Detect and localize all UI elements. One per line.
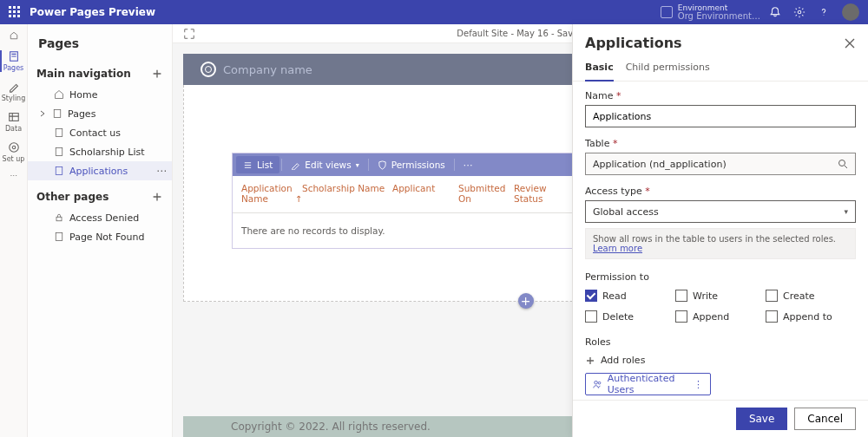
flyout-title: Applications bbox=[585, 35, 682, 51]
access-type-label: Access type bbox=[585, 186, 642, 197]
rail-more[interactable]: ⋯ bbox=[0, 168, 28, 183]
page-icon bbox=[54, 147, 64, 157]
environment-picker[interactable]: Environment Org Environment… bbox=[661, 4, 760, 21]
close-icon[interactable] bbox=[844, 37, 856, 49]
help-icon[interactable] bbox=[818, 6, 830, 18]
permissions-flyout: Applications Basic Child permissions Nam… bbox=[572, 24, 868, 437]
save-button[interactable]: Save bbox=[736, 408, 787, 430]
role-more-icon[interactable]: ⋮ bbox=[694, 379, 703, 390]
lock-icon bbox=[54, 212, 64, 223]
more-icon: ⋯ bbox=[464, 160, 473, 170]
perm-write[interactable]: Write bbox=[675, 290, 766, 302]
rail-data[interactable]: Data bbox=[0, 108, 28, 136]
people-icon bbox=[593, 379, 602, 389]
other-pages-label: Other pages bbox=[36, 191, 108, 203]
tree-contact[interactable]: Contact us bbox=[28, 123, 172, 142]
cancel-button[interactable]: Cancel bbox=[794, 408, 856, 430]
page-icon bbox=[54, 127, 64, 138]
tab-child-permissions[interactable]: Child permissions bbox=[626, 56, 710, 81]
environment-icon bbox=[661, 6, 673, 18]
sort-asc-icon: ↑ bbox=[295, 194, 302, 204]
svg-rect-7 bbox=[56, 148, 62, 156]
plus-icon bbox=[585, 355, 595, 366]
access-type-select[interactable]: Global access ▾ bbox=[585, 200, 856, 223]
settings-icon[interactable] bbox=[793, 6, 806, 18]
company-name[interactable]: Company name bbox=[223, 63, 312, 76]
roles-label: Roles bbox=[585, 336, 856, 348]
environment-value: Org Environment… bbox=[678, 12, 760, 21]
expand-icon[interactable] bbox=[183, 28, 195, 40]
learn-more-link[interactable]: Learn more bbox=[593, 244, 642, 253]
tree-applications[interactable]: Applications ⋯ bbox=[28, 161, 172, 180]
permission-to-label: Permission to bbox=[585, 271, 856, 283]
home-icon bbox=[8, 31, 20, 40]
perm-create[interactable]: Create bbox=[766, 290, 856, 302]
data-icon bbox=[8, 111, 20, 123]
svg-point-4 bbox=[9, 143, 18, 153]
svg-point-3 bbox=[12, 146, 16, 149]
pages-icon bbox=[8, 50, 20, 62]
pages-panel: Pages Main navigation Home Pages Contact… bbox=[28, 24, 173, 437]
rail-pages[interactable]: Pages bbox=[0, 47, 28, 75]
perm-delete[interactable]: Delete bbox=[585, 310, 675, 323]
chevron-down-icon: ▾ bbox=[844, 207, 848, 216]
tab-basic[interactable]: Basic bbox=[585, 56, 614, 82]
name-label: Name bbox=[585, 90, 613, 101]
name-input[interactable] bbox=[585, 105, 856, 127]
app-topbar: Power Pages Preview Environment Org Envi… bbox=[0, 0, 868, 24]
add-other-page-icon[interactable] bbox=[151, 191, 163, 203]
pages-panel-title: Pages bbox=[28, 24, 172, 62]
role-authenticated-users[interactable]: Authenticated Users ⋮ bbox=[585, 373, 711, 395]
app-launcher-icon[interactable] bbox=[9, 6, 21, 18]
tree-item-more-icon[interactable]: ⋯ bbox=[156, 165, 167, 177]
svg-point-12 bbox=[595, 381, 598, 384]
tree-access-denied[interactable]: Access Denied bbox=[28, 208, 172, 227]
search-icon bbox=[838, 159, 848, 169]
svg-point-13 bbox=[598, 382, 601, 384]
tree-home[interactable]: Home bbox=[28, 85, 172, 104]
list-tab[interactable]: List bbox=[236, 156, 279, 173]
notifications-icon[interactable] bbox=[769, 6, 781, 18]
page-icon bbox=[54, 166, 64, 176]
site-logo-icon bbox=[201, 62, 216, 77]
table-label: Table bbox=[585, 138, 609, 149]
list-more-button[interactable]: ⋯ bbox=[457, 156, 480, 173]
svg-rect-6 bbox=[56, 129, 62, 137]
tree-scholarship[interactable]: Scholarship List bbox=[28, 142, 172, 161]
app-title: Power Pages Preview bbox=[30, 6, 155, 18]
add-page-icon[interactable] bbox=[151, 68, 163, 80]
shield-icon bbox=[378, 160, 387, 170]
user-avatar[interactable] bbox=[842, 3, 859, 21]
chevron-right-icon bbox=[38, 109, 47, 118]
chevron-down-icon: ▾ bbox=[356, 161, 359, 169]
perm-appendto[interactable]: Append to bbox=[766, 310, 856, 323]
main-navigation-label: Main navigation bbox=[36, 68, 131, 80]
edit-views-button[interactable]: Edit views ▾ bbox=[284, 156, 365, 173]
access-type-info: Show all rows in the table to users in t… bbox=[585, 228, 856, 259]
home-page-icon bbox=[54, 89, 64, 100]
page-icon bbox=[54, 232, 64, 242]
svg-rect-10 bbox=[56, 233, 62, 241]
table-select[interactable]: Application (nd_application) bbox=[585, 153, 856, 175]
tree-pages[interactable]: Pages bbox=[28, 104, 172, 123]
list-icon bbox=[243, 160, 253, 170]
svg-rect-5 bbox=[54, 110, 61, 118]
add-section-button[interactable]: + bbox=[518, 293, 534, 309]
permissions-button[interactable]: Permissions bbox=[371, 156, 452, 173]
rail-home[interactable] bbox=[0, 28, 28, 45]
page-icon bbox=[52, 108, 62, 119]
svg-point-11 bbox=[839, 160, 845, 166]
nav-rail: Pages Styling Data Set up ⋯ bbox=[0, 24, 28, 437]
rail-setup[interactable]: Set up bbox=[0, 138, 28, 166]
add-roles-button[interactable]: Add roles bbox=[585, 355, 856, 366]
rail-styling[interactable]: Styling bbox=[0, 77, 28, 106]
tree-not-found[interactable]: Page Not Found bbox=[28, 227, 172, 246]
svg-point-0 bbox=[798, 10, 801, 14]
svg-rect-8 bbox=[56, 167, 62, 175]
styling-icon bbox=[8, 81, 20, 93]
perm-read[interactable]: Read bbox=[585, 290, 675, 302]
edit-icon bbox=[291, 160, 300, 170]
svg-rect-9 bbox=[56, 217, 62, 221]
svg-rect-2 bbox=[9, 114, 18, 121]
perm-append[interactable]: Append bbox=[675, 310, 766, 323]
